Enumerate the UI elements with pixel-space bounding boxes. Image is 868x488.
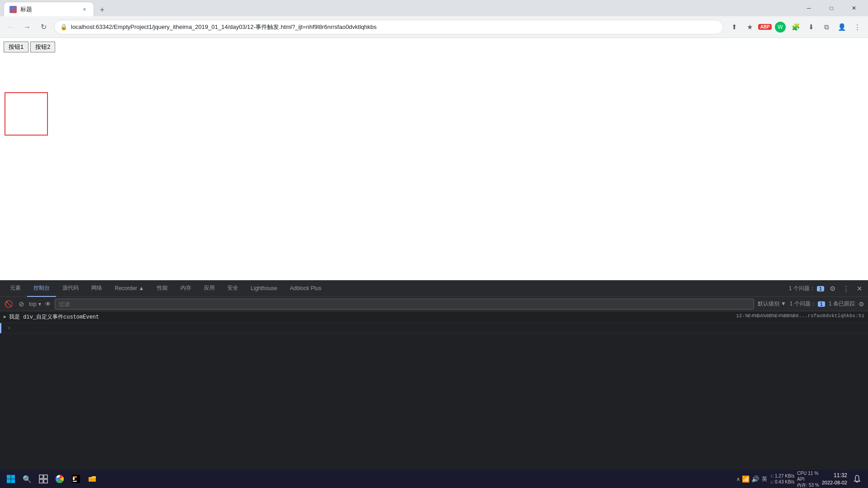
split-button[interactable]: ⧉ bbox=[819, 20, 834, 34]
profile-button[interactable]: 👤 bbox=[835, 20, 849, 34]
address-bar-input[interactable] bbox=[71, 23, 717, 30]
console-filter-input[interactable] bbox=[59, 301, 750, 307]
close-button[interactable]: ✕ bbox=[844, 0, 864, 16]
system-tray-icons: ∧ 📶 🔊 bbox=[736, 475, 759, 483]
tab-close-button[interactable]: × bbox=[81, 6, 88, 13]
time-display: 11:32 bbox=[822, 472, 847, 479]
new-tab-button[interactable]: + bbox=[96, 4, 108, 16]
issue-label: 1 个问题： bbox=[789, 285, 815, 292]
tab-sources[interactable]: 源代码 bbox=[56, 281, 85, 297]
svg-rect-2 bbox=[7, 479, 11, 483]
devtools-more-button[interactable]: ⋮ bbox=[841, 283, 851, 295]
wechat-icon: W bbox=[775, 22, 786, 33]
forward-button[interactable]: → bbox=[20, 20, 34, 34]
svg-rect-4 bbox=[39, 475, 43, 479]
console-tracked-count: 1 条已跟踪 bbox=[829, 300, 855, 308]
cpu-info: CPU 11 % bbox=[797, 470, 819, 476]
tab-performance[interactable]: 性能 bbox=[151, 281, 174, 297]
console-repl-input[interactable] bbox=[13, 325, 864, 331]
page-content: 按钮1 按钮2 bbox=[0, 38, 868, 280]
console-level-label: 默认级别 ▼ bbox=[758, 300, 786, 308]
svg-rect-13 bbox=[73, 476, 77, 478]
button1[interactable]: 按钮1 bbox=[4, 42, 28, 52]
language-indicator[interactable]: 英 bbox=[762, 475, 767, 483]
folder-icon bbox=[88, 474, 97, 483]
tab-elements[interactable]: 元素 bbox=[4, 281, 27, 297]
red-bordered-box bbox=[5, 92, 48, 136]
tab-lighthouse[interactable]: Lighthouse bbox=[245, 281, 284, 297]
svg-rect-1 bbox=[11, 475, 15, 479]
svg-rect-5 bbox=[44, 475, 47, 479]
taskbar: 🔍 bbox=[0, 470, 868, 488]
svg-rect-11 bbox=[73, 481, 77, 482]
svg-rect-0 bbox=[7, 475, 11, 479]
bookmark-button[interactable]: ★ bbox=[742, 20, 757, 34]
tab-application[interactable]: 应用 bbox=[198, 281, 221, 297]
tab-memory[interactable]: 内存 bbox=[174, 281, 198, 297]
abp-badge: ABP bbox=[758, 24, 771, 30]
console-message: 我是 div_自定义事件customEvent bbox=[9, 313, 736, 321]
nav-right-icons: ⬆ ★ ABP W 🧩 ⬇ ⧉ 👤 ⋮ bbox=[727, 20, 864, 34]
navigation-bar: ← → ↻ 🔒 ⬆ ★ ABP W 🧩 ⬇ ⧉ 👤 ⋮ bbox=[0, 16, 868, 38]
console-input-line[interactable]: › bbox=[0, 323, 868, 333]
console-eye-icon[interactable]: 👁 bbox=[45, 300, 51, 308]
tab-adblock[interactable]: Adblock Plus bbox=[283, 281, 327, 297]
task-view-app[interactable] bbox=[36, 472, 51, 486]
taskbar-clock[interactable]: 11:32 2022-08-02 bbox=[822, 472, 847, 486]
button2[interactable]: 按钮2 bbox=[30, 42, 55, 52]
extensions-button[interactable]: 🧩 bbox=[788, 20, 803, 34]
search-taskbar-app[interactable]: 🔍 bbox=[20, 472, 34, 486]
issue-count-console: 1 bbox=[818, 301, 825, 307]
context-chevron-down-icon: ▾ bbox=[38, 301, 41, 307]
console-log-line: ▶ 我是 div_自定义事件customEvent 12-%E4%BA%8B%E… bbox=[0, 311, 868, 323]
page-buttons: 按钮1 按钮2 bbox=[0, 38, 868, 56]
jetbrains-icon bbox=[71, 474, 80, 483]
svg-rect-6 bbox=[39, 479, 43, 483]
console-block-button[interactable]: ⊘ bbox=[18, 299, 25, 309]
address-bar-container[interactable]: 🔒 bbox=[54, 20, 723, 34]
security-lock-icon: 🔒 bbox=[60, 23, 67, 30]
devtools-tab-bar: 元素 控制台 源代码 网络 Recorder ▲ 性能 内存 应用 bbox=[0, 281, 868, 297]
more-button[interactable]: ⋮ bbox=[850, 20, 864, 34]
tab-recorder[interactable]: Recorder ▲ bbox=[108, 281, 151, 297]
minimize-button[interactable]: ─ bbox=[798, 0, 819, 16]
tab-favicon bbox=[9, 6, 17, 13]
notification-button[interactable] bbox=[850, 472, 864, 486]
tab-console[interactable]: 控制台 bbox=[27, 281, 56, 297]
tray-volume-icon: 🔊 bbox=[751, 475, 759, 483]
issue-badge[interactable]: 1 个问题： 1 bbox=[789, 285, 824, 292]
devtools-settings-button[interactable]: ⚙ bbox=[828, 283, 837, 295]
console-settings-icon[interactable]: ⚙ bbox=[859, 300, 864, 308]
devtools-close-button[interactable]: ✕ bbox=[855, 283, 864, 295]
start-button[interactable] bbox=[4, 472, 18, 486]
jetbrains-taskbar-app[interactable] bbox=[69, 472, 83, 486]
console-clear-button[interactable]: 🚫 bbox=[4, 299, 14, 309]
issue-count: 1 bbox=[817, 286, 824, 291]
tab-title: 标题 bbox=[20, 5, 32, 14]
network-speed-info: ↑: 1.27 KB/s ↓: 0.43 KB/s bbox=[770, 473, 794, 485]
window-controls: ─ □ ✕ bbox=[798, 0, 864, 16]
chrome-taskbar-app[interactable] bbox=[52, 472, 67, 486]
log-count-label: 1 条已跟踪 bbox=[829, 300, 855, 308]
console-log-count: 1 个问题： 1 bbox=[790, 300, 825, 308]
tray-arrow-up-icon[interactable]: ∧ bbox=[736, 476, 740, 482]
refresh-button[interactable]: ↻ bbox=[36, 20, 51, 34]
download-button[interactable]: ⬇ bbox=[804, 20, 818, 34]
active-tab[interactable]: 标题 × bbox=[4, 2, 94, 16]
console-source-link[interactable]: 12-%E4%BA%8B%E4%BB%B6...rsfao0dvktlqhkbs… bbox=[736, 313, 864, 319]
abp-button[interactable]: ABP bbox=[758, 20, 772, 34]
back-button[interactable]: ← bbox=[4, 20, 18, 34]
svg-rect-7 bbox=[44, 479, 47, 483]
explorer-taskbar-app[interactable] bbox=[85, 472, 99, 486]
tab-network[interactable]: 网络 bbox=[85, 281, 108, 297]
console-filter-bar[interactable] bbox=[55, 299, 754, 310]
windows-icon bbox=[6, 474, 15, 483]
share-button[interactable]: ⬆ bbox=[727, 20, 741, 34]
wechat-button[interactable]: W bbox=[773, 20, 788, 34]
maximize-button[interactable]: □ bbox=[821, 0, 842, 16]
task-view-icon bbox=[39, 474, 48, 483]
console-context-selector[interactable]: top ▾ bbox=[29, 301, 41, 307]
console-level-selector[interactable]: 默认级别 ▼ bbox=[758, 300, 786, 308]
tab-security[interactable]: 安全 bbox=[221, 281, 245, 297]
browser-window: 标题 × + ─ □ ✕ ← → ↻ 🔒 ⬆ ★ ABP W 🧩 bbox=[0, 0, 868, 488]
